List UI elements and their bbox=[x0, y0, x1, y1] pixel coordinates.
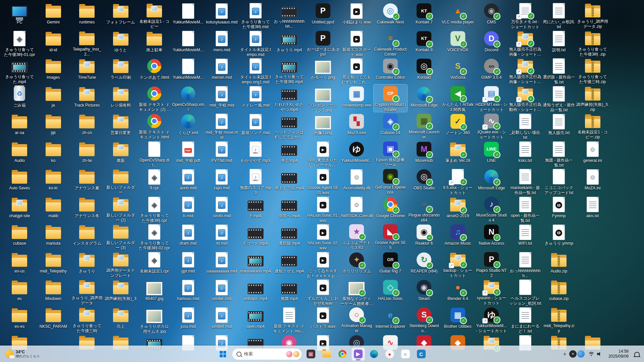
desktop-icon[interactable]: ▶パストラ.wav bbox=[306, 306, 340, 334]
desktop-icon[interactable]: ♪kotusytuaaus.mid bbox=[205, 1, 239, 29]
desktop-icon[interactable]: 新しいフォルダー (3) bbox=[104, 223, 138, 250]
desktop-icon[interactable]: e✓Internet Explorer bbox=[374, 306, 408, 334]
desktop-icon[interactable]: ニコニコバックアップコードtxt bbox=[542, 167, 576, 195]
taskbar-app-media-app[interactable]: ▶ bbox=[352, 347, 365, 361]
taskbar-app-file-explorer[interactable] bbox=[320, 347, 333, 361]
desktop-icon[interactable]: ▶答え知っててもむずいわこれ.wav bbox=[340, 57, 374, 84]
desktop-icon[interactable]: ◉✓GeForce Experience bbox=[374, 167, 408, 195]
desktop-icon[interactable]: akis.txt bbox=[576, 195, 610, 223]
desktop-icon[interactable]: Fコード.mp4 bbox=[239, 223, 273, 250]
desktop-icon[interactable]: Pおーばーまにあ.ppsf bbox=[306, 29, 340, 57]
desktop-icon[interactable]: 調声用データテンプレート bbox=[104, 250, 138, 278]
desktop-icon[interactable]: 無題.mp4 bbox=[272, 278, 306, 306]
desktop-icon[interactable]: OpenCvSharp.xml bbox=[171, 84, 205, 112]
desktop-icon[interactable]: ○✓Activation Manager bbox=[340, 306, 374, 334]
desktop-icon[interactable]: ◎✓Cakewalk Next bbox=[374, 1, 408, 29]
desktop-icon[interactable]: ▲✓VLC media player bbox=[441, 1, 475, 29]
desktop-icon[interactable]: 死にたい_ゅ歌詞.txt bbox=[542, 1, 576, 29]
desktop-icon[interactable]: ▦✓Minecraft Launcher bbox=[407, 112, 441, 140]
desktop-icon[interactable]: ▦createdump.exe bbox=[340, 84, 374, 112]
desktop-icon[interactable]: ✓✓ノートン 360 bbox=[441, 112, 475, 140]
desktop-icon[interactable]: ▣✓Epson 接続診断ツール bbox=[374, 140, 408, 168]
desktop-icon[interactable]: テンポあて.html bbox=[138, 57, 171, 84]
desktop-icon[interactable]: ♻ごみ箱 bbox=[3, 84, 37, 112]
desktop-icon[interactable]: ↻✓REAPER (x64) bbox=[407, 250, 441, 278]
desktop-icon[interactable]: ▚MoZA.exe bbox=[340, 112, 374, 140]
desktop-icon[interactable]: ●✓Blender 4.4 bbox=[441, 278, 475, 306]
desktop-icon[interactable]: ♪きゅうり食ってた午後3時.mid bbox=[239, 1, 273, 29]
desktop-icon[interactable]: プレゼンテーション1.png bbox=[306, 84, 340, 112]
desktop-icon[interactable]: cubase bbox=[3, 223, 37, 250]
desktop-icon[interactable]: sfz✓Plogue sforzando x64 bbox=[407, 195, 441, 223]
taskbar-app-music-app[interactable]: C bbox=[415, 347, 428, 361]
desktop-icon[interactable]: maniuta bbox=[37, 223, 70, 250]
desktop-icon[interactable]: Track Pictures bbox=[70, 84, 104, 112]
desktop-icon[interactable]: 新しいフォルダー bbox=[104, 167, 138, 195]
desktop-icon[interactable]: 新しいフォルダー (2) bbox=[104, 195, 138, 223]
tray-blue-icon[interactable] bbox=[577, 350, 585, 358]
desktop-icon[interactable]: きゅうりボカロ用サムネ.jpg bbox=[138, 306, 171, 334]
start-button[interactable] bbox=[216, 347, 230, 361]
desktop-icon[interactable]: きゅうり.mp4 bbox=[272, 29, 306, 57]
desktop-icon[interactable]: ラベル印刷 bbox=[104, 57, 138, 84]
desktop-icon[interactable]: レジ袋有料 bbox=[104, 84, 138, 112]
desktop-icon[interactable]: ♪MP3無題のスコア.mp3 bbox=[239, 167, 273, 195]
desktop-icon[interactable]: きゅうり_調声用データ bbox=[70, 278, 104, 306]
desktop-icon[interactable]: ♪MP3わかりやす.mp3 bbox=[239, 140, 273, 168]
desktop-icon[interactable]: LINE✓LINE bbox=[475, 140, 508, 168]
hidden-icons-chevron[interactable]: ∧ bbox=[561, 349, 569, 359]
desktop-icon[interactable]: ✓↗無人販売不正行為画像 - ショートカッ... bbox=[508, 29, 542, 57]
desktop-icon[interactable]: ♪✓MuseScore Studio 4 bbox=[475, 195, 508, 223]
desktop-icon[interactable]: ▦✓Brother Utilities bbox=[441, 306, 475, 334]
desktop-icon[interactable]: ♪PVTNd.mid bbox=[205, 140, 239, 168]
desktop-icon[interactable]: KT✓Kontakt 8 bbox=[407, 29, 441, 57]
desktop-icon[interactable]: ko bbox=[37, 140, 70, 168]
desktop-icon[interactable]: ♪タイトル未設定.tempo.orig1.mid bbox=[239, 57, 273, 84]
desktop-icon[interactable]: 無人販売.txt bbox=[542, 112, 576, 140]
desktop-icon[interactable]: S✓Steinberg Downlo... bbox=[407, 306, 441, 334]
desktop-icon[interactable]: zh-tw bbox=[70, 140, 104, 168]
desktop-icon[interactable]: es bbox=[3, 278, 37, 306]
desktop-icon[interactable]: ♪タイトル未設定.tempo.mid bbox=[239, 29, 273, 57]
desktop-icon[interactable]: ゆFymmp bbox=[542, 195, 576, 223]
desktop-icon[interactable]: ◉✓Steam bbox=[407, 278, 441, 306]
desktop-icon[interactable]: _起動しない場合.txt bbox=[508, 112, 542, 140]
desktop-icon[interactable]: ⚙general.ini bbox=[576, 140, 610, 168]
desktop-icon[interactable]: ◎✓Kontakt bbox=[407, 57, 441, 84]
desktop-icon[interactable]: ♪gpt.mid bbox=[171, 250, 205, 278]
desktop-icon[interactable]: 説明.txt bbox=[542, 29, 576, 57]
desktop-icon[interactable]: きゅうり食ってた午後3時.mp4 bbox=[272, 57, 306, 84]
desktop-icon[interactable]: 無題 - 親作品一覧.txt bbox=[542, 140, 576, 168]
desktop-icon[interactable]: ヘルスコンプレッション_歌詞.txt bbox=[508, 278, 542, 306]
desktop-icon[interactable]: runtimes bbox=[70, 1, 104, 29]
desktop-icon[interactable]: ♪新規ソング.mid bbox=[239, 112, 273, 140]
desktop-icon[interactable]: 選択肢 - 親作品一覧.txt bbox=[542, 57, 576, 84]
desktop-icon[interactable]: PC bbox=[3, 1, 37, 29]
notification-bell-button[interactable] bbox=[632, 349, 643, 359]
desktop-icon[interactable]: open - 親作品一覧.txt bbox=[508, 195, 542, 223]
desktop-icon[interactable]: ◎✓OBS Studio bbox=[407, 167, 441, 195]
desktop-icon[interactable]: P✓Piapro Studio NT2 bbox=[475, 250, 508, 278]
desktop-icon[interactable]: ✓Google Chrome bbox=[374, 195, 408, 223]
desktop-icon[interactable]: 名称未設定1 - コピー.zip bbox=[576, 112, 610, 140]
desktop-icon[interactable]: 新規 テキスト ドキュメント.html bbox=[138, 112, 171, 140]
desktop-icon[interactable]: ✓筆まめ Ver.28 bbox=[441, 140, 475, 168]
desktop-icon[interactable]: open.mp4 bbox=[239, 306, 273, 334]
desktop-icon[interactable]: ♪mid_学校.mid bbox=[205, 84, 239, 112]
desktop-icon[interactable]: 通知うぜえ - 親作品一覧.txt bbox=[542, 84, 576, 112]
desktop-icon[interactable]: きゅうり食ってた午後三時 bbox=[70, 306, 104, 334]
desktop-icon[interactable]: PUntitled.ppsf bbox=[306, 1, 340, 29]
desktop-icon[interactable]: Images bbox=[37, 57, 70, 84]
desktop-icon[interactable]: PDFmid_学校.pdf bbox=[171, 140, 205, 168]
desktop-icon[interactable]: 画像1.png bbox=[306, 112, 340, 140]
desktop-icon[interactable]: N✓Native Access bbox=[475, 223, 508, 250]
desktop-icon[interactable]: ♪mero.mid bbox=[205, 29, 239, 57]
desktop-icon[interactable]: zh-cn bbox=[70, 112, 104, 140]
desktop-icon[interactable]: ♪hamusu.mid bbox=[171, 278, 205, 306]
desktop-icon[interactable]: ▶001_東北きりたん（ノーマル）_今じゃ... bbox=[306, 140, 340, 168]
desktop-icon[interactable]: chatgpt-site bbox=[3, 195, 37, 223]
desktop-icon[interactable]: ⚙Accessibility.dll bbox=[340, 167, 374, 195]
desktop-icon[interactable]: ▶ずんだもん_しおかぜ&.wav bbox=[306, 278, 340, 306]
desktop-icon[interactable]: id-id bbox=[37, 29, 70, 57]
desktop-icon[interactable]: ▶小銭詰まり.wav bbox=[340, 1, 374, 29]
